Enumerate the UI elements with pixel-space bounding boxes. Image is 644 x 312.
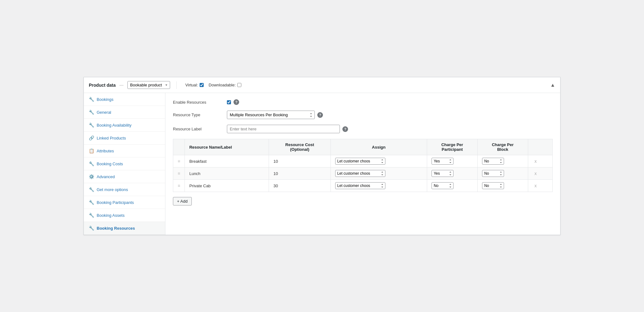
drag-handle[interactable]: ≡ [178,159,180,164]
resource-label-row: Resource Label ? [173,125,553,133]
charge-block-select[interactable]: No Yes [482,170,504,177]
sidebar-item-advanced[interactable]: ⚙️ Advanced [84,170,165,183]
product-data-body: 🔧 Bookings 🔧 General 🔧 Booking Availabil… [84,93,560,235]
linked-products-icon: 🔗 [89,135,94,140]
sidebar-item-label: Booking Availability [97,123,131,128]
product-type-select[interactable]: Bookable product [127,81,170,89]
sidebar-item-booking-resources[interactable]: 🔧 Booking Resources [84,222,165,235]
resource-type-select[interactable]: Multiple Resources Per Booking Customer'… [227,111,315,119]
sidebar-item-label: Booking Assets [97,213,125,218]
delete-row-button[interactable]: x [533,158,539,164]
sidebar-item-bookings[interactable]: 🔧 Bookings [84,93,165,106]
sidebar-item-booking-assets[interactable]: 🔧 Booking Assets [84,209,165,222]
booking-availability-icon: 🔧 [89,123,94,128]
enable-resources-help-icon[interactable]: ? [233,99,239,105]
charge-participant-select[interactable]: Yes No [432,170,453,177]
sidebar: 🔧 Bookings 🔧 General 🔧 Booking Availabil… [84,93,165,235]
resource-type-value: Multiple Resources Per Booking Customer'… [227,111,323,119]
drag-handle[interactable]: ≡ [178,171,180,176]
product-data-title: Product data [89,83,116,88]
bookings-icon: 🔧 [89,97,94,102]
resource-label-label: Resource Label [173,127,223,131]
add-resource-button[interactable]: + Add [173,197,192,205]
booking-participants-icon: 🔧 [89,200,94,205]
charge-block-select[interactable]: No Yes [482,182,504,189]
assign-cell: Let customer choos Automatic [330,155,427,167]
resource-label-help-icon[interactable]: ? [342,126,348,132]
charge-participant-cell: No Yes [427,180,477,192]
booking-assets-icon: 🔧 [89,213,94,218]
sidebar-item-booking-costs[interactable]: 🔧 Booking Costs [84,157,165,170]
sidebar-item-label: Bookings [97,97,113,102]
sidebar-item-linked-products[interactable]: 🔗 Linked Products [84,132,165,145]
sidebar-item-get-more-options[interactable]: 🔧 Get more options [84,183,165,196]
charge-block-cell: No Yes [477,155,528,167]
virtual-checkbox[interactable] [200,83,204,87]
assign-select[interactable]: Let customer choos Automatic [335,170,385,177]
charge-participant-cell: Yes No [427,167,477,180]
drag-handle-cell: ≡ [173,167,185,180]
virtual-downloadable: Virtual: Downloadable: [185,83,241,87]
delete-row-button[interactable]: x [533,183,539,189]
resource-cost-cell: 10 [269,155,330,167]
sidebar-item-booking-availability[interactable]: 🔧 Booking Availability [84,119,165,132]
table-header-assign: Assign [330,139,427,155]
booking-costs-icon: 🔧 [89,161,94,166]
sidebar-item-label: Attributes [97,149,114,153]
table-header-charge-participant: Charge PerParticipant [427,139,477,155]
assign-cell: Let customer choos Automatic [330,180,427,192]
assign-select[interactable]: Let customer choos Automatic [335,158,385,165]
enable-resources-value: ? [227,99,239,105]
resource-type-help-icon[interactable]: ? [317,112,323,118]
header-divider [176,81,177,89]
assign-select[interactable]: Let customer choos Automatic [335,182,385,189]
charge-block-select[interactable]: No Yes [482,158,504,165]
resource-name-cell: Breakfast [185,155,269,167]
delete-cell: x [528,167,552,180]
delete-row-button[interactable]: x [533,170,539,177]
product-data-header: Product data — Bookable product Virtual:… [84,77,560,93]
charge-block-cell: No Yes [477,167,528,180]
drag-handle[interactable]: ≡ [178,183,180,188]
collapse-button[interactable]: ▲ [550,82,555,88]
resources-table: Resource Name/Label Resource Cost(Option… [173,139,553,192]
charge-participant-select[interactable]: Yes No [432,158,453,165]
resource-name-cell: Private Cab [185,180,269,192]
resource-type-row: Resource Type Multiple Resources Per Boo… [173,111,553,119]
enable-resources-checkbox[interactable] [227,100,231,104]
sidebar-item-attributes[interactable]: 📋 Attributes [84,145,165,157]
sidebar-item-label: General [97,110,111,115]
sidebar-item-label: Linked Products [97,136,126,140]
virtual-label: Virtual: [185,83,204,87]
enable-resources-label: Enable Resources [173,100,223,105]
resource-label-value: ? [227,125,348,133]
delete-cell: x [528,180,552,192]
resource-type-label: Resource Type [173,112,223,117]
main-content: Enable Resources ? Resource Type Multipl… [165,93,560,235]
sidebar-item-booking-participants[interactable]: 🔧 Booking Participants [84,196,165,209]
sidebar-item-general[interactable]: 🔧 General [84,106,165,119]
table-header-actions [528,139,552,155]
charge-participant-select[interactable]: No Yes [432,182,453,189]
sidebar-item-label: Advanced [97,174,115,179]
table-header-charge-block: Charge PerBlock [477,139,528,155]
advanced-icon: ⚙️ [89,174,94,179]
resource-name-cell: Lunch [185,167,269,180]
downloadable-checkbox[interactable] [237,83,241,87]
drag-handle-cell: ≡ [173,155,185,167]
table-header-cost: Resource Cost(Optional) [269,139,330,155]
get-more-options-icon: 🔧 [89,187,94,192]
sidebar-item-label: Booking Participants [97,200,134,205]
table-row: ≡ Breakfast 10 Let customer choos Automa… [173,155,553,167]
table-header-name: Resource Name/Label [185,139,269,155]
downloadable-label: Downloadable: [209,83,241,87]
delete-cell: x [528,155,552,167]
assign-cell: Let customer choos Automatic [330,167,427,180]
charge-block-cell: No Yes [477,180,528,192]
resource-label-input[interactable] [227,125,340,133]
product-data-box: Product data — Bookable product Virtual:… [83,77,561,235]
enable-resources-row: Enable Resources ? [173,99,553,105]
attributes-icon: 📋 [89,148,94,153]
table-row: ≡ Private Cab 30 Let customer choos Auto… [173,180,553,192]
charge-participant-cell: Yes No [427,155,477,167]
